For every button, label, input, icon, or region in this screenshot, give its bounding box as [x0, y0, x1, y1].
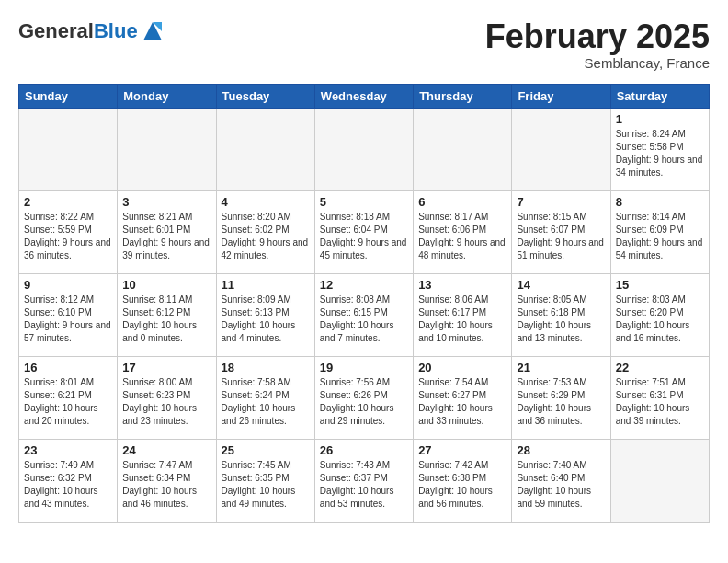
day-info: Sunrise: 8:20 AM Sunset: 6:02 PM Dayligh…	[222, 211, 310, 262]
day-number: 9	[24, 278, 112, 292]
day-number: 17	[122, 361, 210, 374]
day-info: Sunrise: 8:03 AM Sunset: 6:20 PM Dayligh…	[616, 293, 704, 345]
header: GeneralBlue February 2025 Semblancay, Fr…	[18, 18, 710, 71]
col-wednesday: Wednesday	[314, 84, 413, 108]
day-number: 28	[517, 443, 605, 457]
calendar-cell-w1-d2	[118, 108, 216, 190]
col-saturday: Saturday	[610, 84, 709, 108]
calendar-cell-w3-d5: 13Sunrise: 8:06 AM Sunset: 6:17 PM Dayli…	[414, 273, 512, 356]
day-info: Sunrise: 8:18 AM Sunset: 6:04 PM Dayligh…	[320, 211, 408, 262]
day-info: Sunrise: 8:00 AM Sunset: 6:23 PM Dayligh…	[122, 376, 210, 428]
day-info: Sunrise: 8:05 AM Sunset: 6:18 PM Dayligh…	[517, 293, 605, 345]
page: GeneralBlue February 2025 Semblancay, Fr…	[0, 0, 728, 532]
week-row-2: 2Sunrise: 8:22 AM Sunset: 5:59 PM Daylig…	[19, 190, 710, 273]
day-info: Sunrise: 8:11 AM Sunset: 6:12 PM Dayligh…	[122, 293, 210, 345]
day-number: 14	[517, 278, 605, 292]
day-number: 26	[320, 443, 408, 457]
day-info: Sunrise: 7:54 AM Sunset: 6:27 PM Dayligh…	[418, 376, 506, 428]
day-info: Sunrise: 8:08 AM Sunset: 6:15 PM Dayligh…	[320, 293, 408, 345]
calendar-cell-w1-d1	[19, 108, 118, 190]
week-row-1: 1Sunrise: 8:24 AM Sunset: 5:58 PM Daylig…	[19, 108, 710, 190]
day-number: 12	[320, 278, 408, 292]
week-row-5: 23Sunrise: 7:49 AM Sunset: 6:32 PM Dayli…	[19, 439, 710, 522]
col-monday: Monday	[118, 84, 216, 108]
calendar-title: February 2025	[485, 18, 710, 55]
day-info: Sunrise: 7:47 AM Sunset: 6:34 PM Dayligh…	[122, 459, 210, 511]
day-number: 2	[24, 195, 112, 209]
calendar-cell-w4-d7: 22Sunrise: 7:51 AM Sunset: 6:31 PM Dayli…	[610, 356, 709, 439]
day-number: 16	[24, 361, 112, 374]
day-info: Sunrise: 8:24 AM Sunset: 5:58 PM Dayligh…	[616, 128, 704, 179]
calendar-cell-w4-d2: 17Sunrise: 8:00 AM Sunset: 6:23 PM Dayli…	[118, 356, 216, 439]
calendar-cell-w1-d6	[512, 108, 610, 190]
day-info: Sunrise: 7:45 AM Sunset: 6:35 PM Dayligh…	[222, 459, 310, 511]
day-info: Sunrise: 8:12 AM Sunset: 6:10 PM Dayligh…	[24, 293, 112, 345]
day-number: 1	[616, 112, 704, 126]
day-info: Sunrise: 8:21 AM Sunset: 6:01 PM Dayligh…	[122, 211, 210, 262]
week-row-3: 9Sunrise: 8:12 AM Sunset: 6:10 PM Daylig…	[19, 273, 710, 356]
calendar-cell-w4-d5: 20Sunrise: 7:54 AM Sunset: 6:27 PM Dayli…	[414, 356, 512, 439]
calendar-cell-w3-d3: 11Sunrise: 8:09 AM Sunset: 6:13 PM Dayli…	[216, 273, 314, 356]
calendar-cell-w5-d1: 23Sunrise: 7:49 AM Sunset: 6:32 PM Dayli…	[19, 439, 118, 522]
day-number: 13	[418, 278, 506, 292]
calendar-body: 1Sunrise: 8:24 AM Sunset: 5:58 PM Daylig…	[19, 108, 710, 522]
calendar-cell-w2-d1: 2Sunrise: 8:22 AM Sunset: 5:59 PM Daylig…	[19, 190, 118, 273]
day-number: 22	[616, 361, 704, 374]
calendar-cell-w1-d3	[216, 108, 314, 190]
logo-general-text: General	[18, 19, 94, 42]
calendar-cell-w5-d5: 27Sunrise: 7:42 AM Sunset: 6:38 PM Dayli…	[414, 439, 512, 522]
day-info: Sunrise: 7:42 AM Sunset: 6:38 PM Dayligh…	[418, 459, 506, 511]
day-info: Sunrise: 7:51 AM Sunset: 6:31 PM Dayligh…	[616, 376, 704, 428]
col-tuesday: Tuesday	[216, 84, 314, 108]
day-info: Sunrise: 7:49 AM Sunset: 6:32 PM Dayligh…	[24, 459, 112, 511]
day-number: 27	[418, 443, 506, 457]
calendar-cell-w2-d2: 3Sunrise: 8:21 AM Sunset: 6:01 PM Daylig…	[118, 190, 216, 273]
day-info: Sunrise: 8:22 AM Sunset: 5:59 PM Dayligh…	[24, 211, 112, 262]
calendar-cell-w3-d6: 14Sunrise: 8:05 AM Sunset: 6:18 PM Dayli…	[512, 273, 610, 356]
day-info: Sunrise: 7:58 AM Sunset: 6:24 PM Dayligh…	[222, 376, 310, 428]
day-number: 15	[616, 278, 704, 292]
day-info: Sunrise: 7:56 AM Sunset: 6:26 PM Dayligh…	[320, 376, 408, 428]
day-number: 21	[517, 361, 605, 374]
day-number: 8	[616, 195, 704, 209]
col-thursday: Thursday	[414, 84, 512, 108]
calendar-cell-w1-d7: 1Sunrise: 8:24 AM Sunset: 5:58 PM Daylig…	[610, 108, 709, 190]
day-number: 7	[517, 195, 605, 209]
calendar-cell-w2-d5: 6Sunrise: 8:17 AM Sunset: 6:06 PM Daylig…	[414, 190, 512, 273]
week-row-4: 16Sunrise: 8:01 AM Sunset: 6:21 PM Dayli…	[19, 356, 710, 439]
day-number: 24	[122, 443, 210, 457]
logo-blue-text: Blue	[94, 19, 138, 42]
calendar-cell-w2-d3: 4Sunrise: 8:20 AM Sunset: 6:02 PM Daylig…	[216, 190, 314, 273]
logo: GeneralBlue	[18, 18, 165, 44]
calendar-cell-w4-d3: 18Sunrise: 7:58 AM Sunset: 6:24 PM Dayli…	[216, 356, 314, 439]
calendar-cell-w4-d4: 19Sunrise: 7:56 AM Sunset: 6:26 PM Dayli…	[314, 356, 413, 439]
calendar-cell-w5-d7	[610, 439, 709, 522]
day-number: 19	[320, 361, 408, 374]
day-number: 18	[222, 361, 310, 374]
calendar-cell-w3-d2: 10Sunrise: 8:11 AM Sunset: 6:12 PM Dayli…	[118, 273, 216, 356]
calendar-cell-w2-d7: 8Sunrise: 8:14 AM Sunset: 6:09 PM Daylig…	[610, 190, 709, 273]
calendar-cell-w5-d6: 28Sunrise: 7:40 AM Sunset: 6:40 PM Dayli…	[512, 439, 610, 522]
col-sunday: Sunday	[19, 84, 118, 108]
day-info: Sunrise: 7:40 AM Sunset: 6:40 PM Dayligh…	[517, 459, 605, 511]
calendar-cell-w5-d4: 26Sunrise: 7:43 AM Sunset: 6:37 PM Dayli…	[314, 439, 413, 522]
day-number: 10	[122, 278, 210, 292]
calendar-cell-w5-d2: 24Sunrise: 7:47 AM Sunset: 6:34 PM Dayli…	[118, 439, 216, 522]
col-friday: Friday	[512, 84, 610, 108]
day-info: Sunrise: 7:53 AM Sunset: 6:29 PM Dayligh…	[517, 376, 605, 428]
calendar-cell-w4-d1: 16Sunrise: 8:01 AM Sunset: 6:21 PM Dayli…	[19, 356, 118, 439]
calendar-cell-w1-d5	[414, 108, 512, 190]
calendar-cell-w2-d4: 5Sunrise: 8:18 AM Sunset: 6:04 PM Daylig…	[314, 190, 413, 273]
logo-icon	[140, 18, 165, 44]
day-number: 20	[418, 361, 506, 374]
day-number: 23	[24, 443, 112, 457]
day-info: Sunrise: 8:14 AM Sunset: 6:09 PM Dayligh…	[616, 211, 704, 262]
day-info: Sunrise: 8:09 AM Sunset: 6:13 PM Dayligh…	[222, 293, 310, 345]
calendar-cell-w3-d7: 15Sunrise: 8:03 AM Sunset: 6:20 PM Dayli…	[610, 273, 709, 356]
day-number: 3	[122, 195, 210, 209]
calendar-header-row: Sunday Monday Tuesday Wednesday Thursday…	[19, 84, 710, 108]
day-info: Sunrise: 7:43 AM Sunset: 6:37 PM Dayligh…	[320, 459, 408, 511]
day-info: Sunrise: 8:01 AM Sunset: 6:21 PM Dayligh…	[24, 376, 112, 428]
day-number: 5	[320, 195, 408, 209]
day-info: Sunrise: 8:17 AM Sunset: 6:06 PM Dayligh…	[418, 211, 506, 262]
